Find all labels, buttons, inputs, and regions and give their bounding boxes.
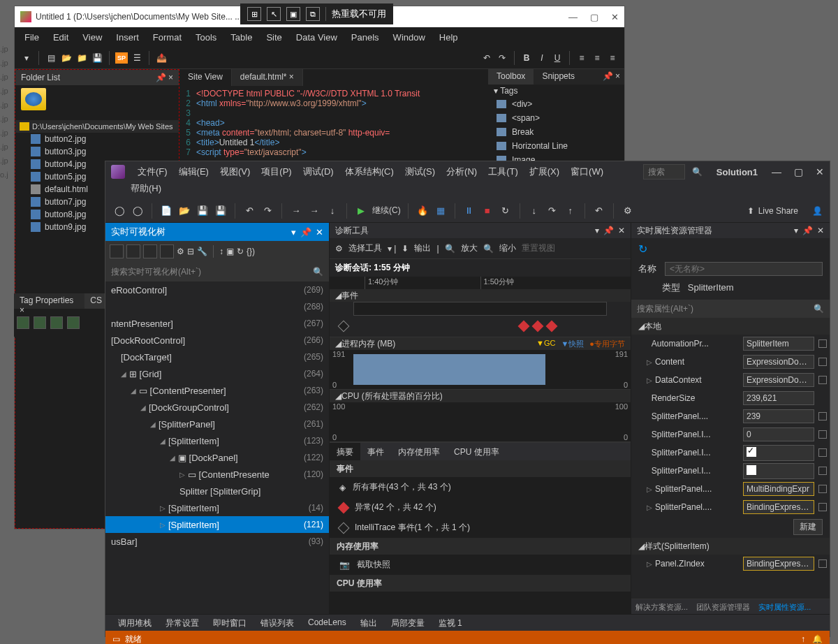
events-header[interactable]: 事件 bbox=[341, 290, 358, 302]
tagprop-icon[interactable] bbox=[34, 316, 46, 329]
tree-tool-icon[interactable] bbox=[160, 244, 174, 258]
maximize-button[interactable]: ▢ bbox=[590, 12, 598, 22]
tab-tag-properties[interactable]: Tag Properties × bbox=[14, 293, 84, 309]
toolbox-group[interactable]: ▾ Tags bbox=[488, 85, 624, 97]
bottom-tab[interactable]: CodeLens bbox=[301, 615, 353, 631]
step-into-icon[interactable]: ↓ bbox=[527, 204, 541, 218]
props-search-input[interactable]: 搜索属性(Alt+`) bbox=[631, 300, 830, 318]
nav-fwd-icon[interactable]: ◯ bbox=[131, 204, 145, 218]
redo-icon[interactable]: ↷ bbox=[260, 204, 274, 218]
open-icon[interactable]: 📂 bbox=[177, 204, 191, 218]
menu-view[interactable]: View bbox=[75, 29, 109, 45]
folder-path[interactable]: D:\Users\jchen\Documents\My Web Sites bbox=[15, 120, 179, 133]
tab-toolbox[interactable]: Toolbox bbox=[488, 69, 534, 85]
vs-menu-item[interactable]: 窗口(W) bbox=[565, 166, 609, 178]
name-input[interactable] bbox=[665, 262, 823, 276]
bottom-tab[interactable]: 错误列表 bbox=[253, 615, 301, 631]
save-icon[interactable]: 💾 bbox=[91, 52, 103, 64]
export-icon[interactable]: ⬇ bbox=[402, 244, 409, 254]
nav-back-icon[interactable]: ◯ bbox=[112, 204, 126, 218]
tree-node[interactable]: ▷▭ [ContentPresente(120) bbox=[105, 466, 329, 483]
minimize-button[interactable]: — bbox=[568, 12, 578, 22]
diag-event-row[interactable]: ◈所有事件(43 个，共 43 个) bbox=[330, 477, 631, 497]
liveshare-icon[interactable]: ⬆ bbox=[747, 206, 754, 216]
property-row[interactable]: ▷ContentExpressionDockG bbox=[631, 353, 830, 371]
tree-tool-icon[interactable] bbox=[126, 244, 140, 258]
panel-pin-icon[interactable]: 📌 × bbox=[156, 73, 173, 82]
dropdown-icon[interactable]: ▾ bbox=[794, 226, 798, 235]
zoom-in-icon[interactable]: 🔍 bbox=[445, 244, 455, 254]
tagprop-icon[interactable] bbox=[17, 316, 29, 329]
property-row[interactable]: ▷DataContextExpressionDockG bbox=[631, 371, 830, 389]
file-item[interactable]: button2.jpg bbox=[15, 133, 179, 145]
tree-tool-icon[interactable] bbox=[110, 244, 124, 258]
camera-icon[interactable]: 📷 bbox=[339, 560, 350, 570]
tree-node[interactable]: (268) bbox=[105, 298, 329, 315]
tagprop-icon[interactable] bbox=[50, 316, 63, 329]
toolbox-item[interactable]: Horizontal Line bbox=[488, 139, 624, 153]
tree-node[interactable]: ◢▣ [DockPanel](122) bbox=[105, 449, 329, 466]
category-local[interactable]: 本地 bbox=[645, 321, 661, 332]
tree-node[interactable]: ◢[SplitterPanel](261) bbox=[105, 416, 329, 432]
property-row[interactable]: AutomationPr...SplitterItem bbox=[631, 335, 830, 353]
open-icon[interactable]: 📂 bbox=[60, 52, 73, 64]
tab-team-explorer[interactable]: 团队资源管理器 bbox=[692, 599, 754, 614]
vs-titlebar[interactable]: 文件(F)编辑(E)视图(V)项目(P)调试(D)体系结构(C)测试(S)分析(… bbox=[105, 161, 830, 182]
vs-search-input[interactable]: 搜索 bbox=[643, 164, 685, 180]
vs-menu-item[interactable]: 体系结构(C) bbox=[339, 166, 399, 178]
tab-solution-explorer[interactable]: 解决方案资源... bbox=[631, 599, 692, 614]
maximize-button[interactable]: ▢ bbox=[794, 166, 803, 177]
liveshare-label[interactable]: Live Share bbox=[758, 206, 798, 216]
align-right-icon[interactable]: ≡ bbox=[606, 52, 619, 64]
tree-node[interactable]: ◢[DockGroupControl](262) bbox=[105, 399, 329, 416]
property-checkbox[interactable] bbox=[818, 412, 827, 420]
dropdown-icon[interactable]: ▾ bbox=[291, 227, 296, 237]
vs-menu-item[interactable]: 编辑(E) bbox=[173, 166, 214, 178]
pin-icon[interactable]: 📌 bbox=[300, 227, 311, 237]
pin-icon[interactable]: 📌 bbox=[603, 226, 614, 235]
tree-node[interactable]: Splitter [SplitterGrip] bbox=[105, 483, 329, 499]
new-project-icon[interactable]: 📄 bbox=[159, 204, 173, 218]
tree-node[interactable]: [DockTarget](265) bbox=[105, 349, 329, 365]
continue-label[interactable]: 继续(C) bbox=[372, 205, 401, 217]
property-checkbox[interactable] bbox=[818, 559, 827, 568]
superpreview-icon[interactable]: SP bbox=[115, 52, 128, 64]
help-menu[interactable]: 帮助(H) bbox=[105, 182, 830, 199]
tree-tool-icon[interactable] bbox=[143, 244, 157, 258]
continue-icon[interactable]: ▶ bbox=[354, 204, 368, 218]
tree-node[interactable]: usBar](93) bbox=[105, 533, 329, 550]
bottom-tab[interactable]: 输出 bbox=[353, 615, 384, 631]
undo-icon[interactable]: ↶ bbox=[242, 204, 256, 218]
site-folder-icon[interactable] bbox=[21, 88, 46, 110]
nav-icon[interactable]: ↶ bbox=[592, 204, 606, 218]
stop-icon[interactable]: ■ bbox=[480, 204, 494, 218]
memory-header[interactable]: 进程内存 (MB) bbox=[341, 338, 395, 350]
toolbox-item[interactable]: <div> bbox=[488, 97, 624, 111]
property-row[interactable]: ▷SplitterPanel....BindingExpressio bbox=[631, 498, 830, 516]
cpu-header[interactable]: CPU (所有处理器的百分比) bbox=[341, 390, 443, 402]
publish-icon[interactable]: 📤 bbox=[155, 52, 168, 64]
menu-table[interactable]: Table bbox=[223, 29, 259, 45]
vs-menu-item[interactable]: 文件(F) bbox=[132, 166, 173, 178]
bottom-tab[interactable]: 即时窗口 bbox=[206, 615, 253, 631]
user-icon[interactable]: 👤 bbox=[812, 206, 823, 216]
undo-icon[interactable]: ↶ bbox=[480, 52, 493, 64]
property-checkbox[interactable] bbox=[818, 485, 827, 493]
property-row[interactable]: SplitterPanel.I...0 bbox=[631, 425, 830, 444]
new-page-icon[interactable]: ▤ bbox=[45, 52, 57, 64]
redo-icon[interactable]: ↷ bbox=[496, 52, 508, 64]
tree-node[interactable]: ◢[SplitterItem](123) bbox=[105, 432, 329, 449]
code-editor[interactable]: 1<!DOCTYPE html PUBLIC "-//W3C//DTD XHTM… bbox=[179, 86, 488, 160]
search-icon[interactable]: 🔍 bbox=[692, 167, 703, 177]
tab-siteview[interactable]: Site View bbox=[179, 69, 232, 86]
tree-node[interactable]: [DockRootControl](266) bbox=[105, 332, 329, 349]
close-icon[interactable]: ✕ bbox=[618, 226, 625, 235]
tree-node[interactable]: ◢▭ [ContentPresenter](263) bbox=[105, 382, 329, 399]
tagprop-icon[interactable] bbox=[67, 316, 80, 329]
property-checkbox[interactable] bbox=[818, 430, 827, 439]
close-icon[interactable]: ✕ bbox=[316, 227, 323, 237]
vs-menu-item[interactable]: 调试(D) bbox=[297, 166, 339, 178]
bottom-tab[interactable]: 调用堆栈 bbox=[111, 615, 159, 631]
menu-format[interactable]: Format bbox=[146, 29, 189, 45]
pause-icon[interactable]: ⏸ bbox=[462, 204, 476, 218]
